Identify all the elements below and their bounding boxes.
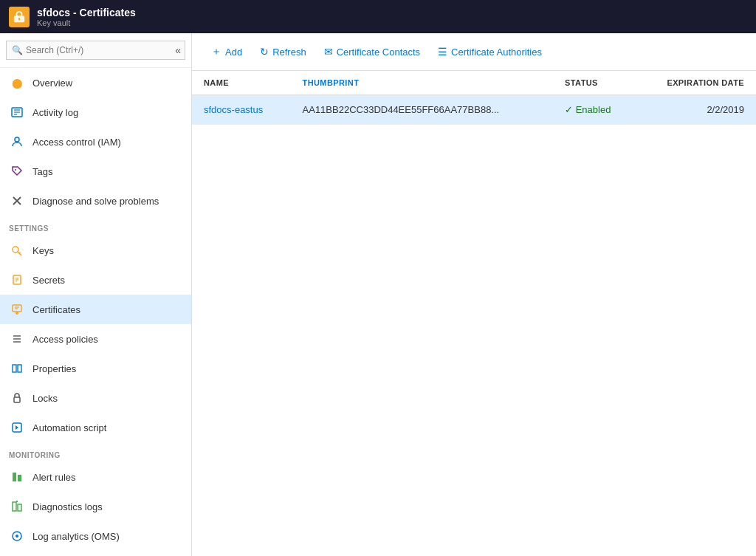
- sidebar-item-tags[interactable]: Tags: [0, 157, 191, 186]
- locks-icon: [9, 390, 25, 406]
- keys-icon: [9, 242, 25, 258]
- svg-line-12: [18, 252, 21, 255]
- sidebar-scroll: ⬤ Overview Activity log Access control (…: [0, 68, 191, 556]
- add-button[interactable]: ＋ Add: [204, 41, 250, 63]
- access-policies-icon: [9, 331, 25, 347]
- svg-rect-2: [18, 17, 20, 20]
- sidebar-item-label: Log analytics (OMS): [32, 531, 120, 542]
- overview-icon: ⬤: [9, 75, 25, 91]
- svg-rect-32: [18, 504, 21, 511]
- sidebar-item-label: Access policies: [32, 334, 98, 345]
- sidebar-item-label: Tags: [32, 166, 52, 177]
- key-vault-icon: [13, 10, 26, 24]
- automation-icon: [9, 419, 25, 436]
- sidebar-item-keys[interactable]: Keys: [0, 236, 191, 265]
- sidebar-item-label: Locks: [32, 393, 58, 404]
- svg-rect-31: [13, 502, 16, 511]
- table-row[interactable]: sfdocs-eastus AA11BB22CC33DD44EE55FF66AA…: [192, 95, 756, 125]
- authorities-label: Certificate Authorities: [451, 47, 542, 58]
- sidebar-item-access-control[interactable]: Access control (IAM): [0, 127, 191, 157]
- sidebar-item-activity-log[interactable]: Activity log: [0, 97, 191, 127]
- collapse-button[interactable]: «: [175, 44, 181, 56]
- col-header-expiration: EXPIRATION DATE: [636, 71, 756, 95]
- certificate-authorities-button[interactable]: ☰ Certificate Authorities: [430, 41, 549, 62]
- svg-rect-26: [18, 365, 21, 372]
- sidebar-item-alert-rules[interactable]: Alert rules: [0, 462, 191, 492]
- sidebar-item-label: Certificates: [32, 304, 80, 315]
- svg-point-11: [13, 247, 18, 253]
- certificates-table: NAME THUMBPRINT STATUS EXPIRATION DATE s…: [192, 71, 756, 125]
- sidebar-item-locks[interactable]: Locks: [0, 383, 191, 413]
- sidebar: 🔍 « ⬤ Overview Activity log Access contr…: [0, 33, 192, 556]
- svg-rect-27: [14, 397, 20, 402]
- sidebar-search-container: 🔍 «: [0, 33, 191, 68]
- svg-point-7: [15, 137, 19, 142]
- sidebar-item-label: Diagnostics logs: [32, 501, 103, 512]
- status-text: Enabled: [576, 104, 611, 115]
- cert-thumbprint: AA11BB22CC33DD44EE55FF66AA77BB88...: [291, 95, 554, 125]
- sidebar-item-label: Automation script: [32, 422, 106, 433]
- secrets-icon: [9, 272, 25, 288]
- main-layout: 🔍 « ⬤ Overview Activity log Access contr…: [0, 33, 756, 556]
- sidebar-item-automation[interactable]: Automation script: [0, 413, 191, 442]
- properties-icon: [9, 360, 25, 377]
- status-check-icon: ✓: [565, 104, 576, 115]
- app-logo: [9, 7, 30, 27]
- svg-point-35: [16, 535, 18, 538]
- monitoring-section-label: MONITORING: [0, 442, 191, 462]
- add-label: Add: [225, 47, 242, 58]
- sidebar-item-diagnostics-logs[interactable]: Diagnostics logs: [0, 492, 191, 521]
- sidebar-item-label: Overview: [32, 78, 72, 89]
- sidebar-item-label: Secrets: [32, 275, 65, 286]
- cert-expiration: 2/2/2019: [636, 95, 756, 125]
- table-area: NAME THUMBPRINT STATUS EXPIRATION DATE s…: [192, 71, 756, 556]
- refresh-button[interactable]: ↻ Refresh: [252, 41, 314, 62]
- app-subtitle: Key vault: [37, 18, 136, 27]
- header-text: sfdocs - Certificates Key vault: [37, 7, 136, 27]
- authorities-icon: ☰: [438, 46, 447, 58]
- alert-rules-icon: [9, 469, 25, 485]
- cert-name: sfdocs-eastus: [192, 95, 291, 125]
- refresh-label: Refresh: [272, 47, 306, 58]
- diagnose-icon: [9, 193, 25, 209]
- toolbar: ＋ Add ↻ Refresh ✉ Certificate Contacts ☰…: [192, 33, 756, 71]
- svg-rect-29: [13, 473, 16, 481]
- log-analytics-icon: [9, 528, 25, 544]
- sidebar-item-certificates[interactable]: Certificates: [0, 295, 191, 324]
- sidebar-item-label: Alert rules: [32, 472, 76, 483]
- sidebar-item-properties[interactable]: Properties: [0, 354, 191, 383]
- svg-point-21: [16, 312, 18, 315]
- app-header: sfdocs - Certificates Key vault: [0, 0, 756, 33]
- sidebar-item-overview[interactable]: ⬤ Overview: [0, 68, 191, 97]
- sidebar-item-label: Activity log: [32, 107, 78, 118]
- sidebar-item-label: Diagnose and solve problems: [32, 196, 159, 207]
- sidebar-item-diagnose[interactable]: Diagnose and solve problems: [0, 186, 191, 216]
- contacts-label: Certificate Contacts: [337, 47, 420, 58]
- sidebar-item-log-analytics[interactable]: Log analytics (OMS): [0, 521, 191, 551]
- svg-line-13: [19, 253, 21, 253]
- col-header-name: NAME: [192, 71, 291, 95]
- sidebar-item-label: Keys: [32, 245, 54, 256]
- contacts-icon: ✉: [324, 46, 333, 58]
- sidebar-item-label: Access control (IAM): [32, 137, 121, 148]
- svg-rect-30: [18, 475, 21, 481]
- sidebar-item-secrets[interactable]: Secrets: [0, 265, 191, 295]
- tags-icon: [9, 163, 25, 179]
- search-input[interactable]: [6, 41, 185, 60]
- content-area: ＋ Add ↻ Refresh ✉ Certificate Contacts ☰…: [192, 33, 756, 556]
- settings-section-label: SETTINGS: [0, 216, 191, 236]
- table-header-row: NAME THUMBPRINT STATUS EXPIRATION DATE: [192, 71, 756, 95]
- sidebar-item-access-policies[interactable]: Access policies: [0, 324, 191, 354]
- svg-rect-25: [13, 365, 16, 372]
- refresh-icon: ↻: [260, 46, 269, 58]
- certificates-icon: [9, 301, 25, 318]
- svg-point-8: [15, 169, 16, 171]
- certificate-contacts-button[interactable]: ✉ Certificate Contacts: [317, 41, 427, 62]
- col-header-status: STATUS: [553, 71, 636, 95]
- add-icon: ＋: [211, 45, 221, 58]
- search-icon: 🔍: [12, 45, 23, 55]
- diagnostics-logs-icon: [9, 498, 25, 515]
- app-title: sfdocs - Certificates: [37, 7, 136, 18]
- cert-status: ✓ Enabled: [553, 95, 636, 125]
- access-control-icon: [9, 134, 25, 150]
